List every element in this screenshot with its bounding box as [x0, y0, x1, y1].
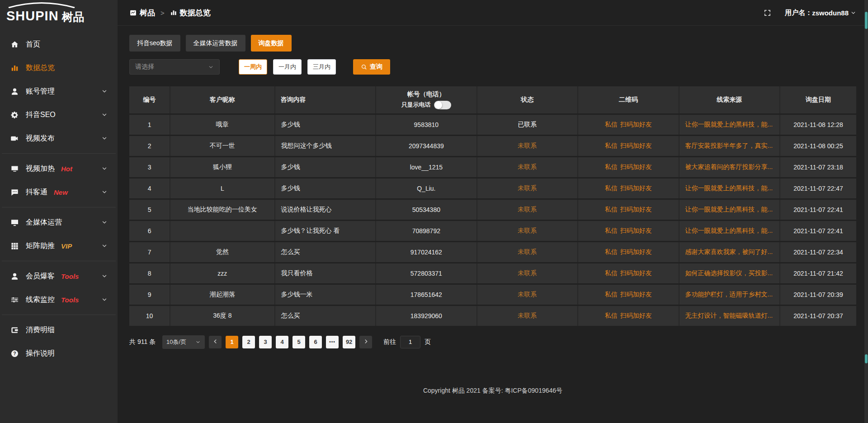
qr-action-link[interactable]: 扫码加好友: [620, 269, 652, 277]
sidebar-item-data-overview[interactable]: 数据总览: [0, 56, 118, 80]
sidebar-item-douyin-seo[interactable]: 抖音SEO: [0, 103, 118, 127]
chevron-down-icon: [195, 339, 201, 345]
sidebar-item-label: 首页: [26, 40, 40, 49]
chevron-down-icon: [101, 273, 108, 279]
qr-action-link[interactable]: 私信: [605, 227, 618, 234]
cell-account: 2097344839: [376, 135, 477, 156]
qr-action-link[interactable]: 私信: [605, 163, 618, 170]
dashboard-icon: [129, 9, 137, 17]
cell-content: 怎么买: [275, 241, 376, 263]
page-button-92[interactable]: 92: [343, 336, 355, 348]
page-button-4[interactable]: 4: [276, 336, 288, 348]
cell-qrcode: 私信扫码加好友: [578, 114, 679, 135]
qr-action-link[interactable]: 扫码加好友: [620, 206, 652, 213]
sidebar-item-matrix-boost[interactable]: 矩阵助推VIP: [0, 234, 118, 258]
page-button-5[interactable]: 5: [292, 336, 305, 348]
header-content: 咨询内容: [275, 86, 376, 114]
qr-action-link[interactable]: 私信: [605, 312, 618, 319]
qr-action-link[interactable]: 私信: [605, 248, 618, 255]
chevron-down-icon: [101, 112, 108, 118]
source-link[interactable]: 感谢大家喜欢我家，被问了好...: [685, 248, 773, 255]
chevron-down-icon: [101, 135, 108, 141]
qr-action-link[interactable]: 私信: [605, 206, 618, 213]
cell-qrcode: 私信扫码加好友: [578, 178, 679, 199]
qr-action-link[interactable]: 扫码加好友: [620, 291, 652, 298]
chevron-down-icon: [101, 189, 108, 195]
period-month-button[interactable]: 一月内: [273, 59, 302, 75]
sidebar-item-video-heat[interactable]: 视频加热Hot: [0, 157, 118, 180]
sidebar-item-clue-monitor[interactable]: 线索监控Tools: [0, 288, 118, 311]
cell-id: 2: [129, 135, 170, 156]
sidebar-item-operation-guide[interactable]: ?操作说明: [0, 342, 118, 365]
page-button-1[interactable]: 1: [226, 336, 238, 348]
cell-qrcode: 私信扫码加好友: [578, 284, 679, 305]
source-link[interactable]: 被大家追着问的客厅投影分享...: [685, 163, 773, 170]
qr-action-link[interactable]: 私信: [605, 269, 618, 277]
header-account-label: 帐号（电话）: [407, 90, 445, 99]
fullscreen-icon[interactable]: [764, 9, 771, 17]
main-area: 树品 > 数据总览 用户名： zswodun88: [118, 0, 868, 423]
sidebar-item-member-baoke[interactable]: 会员爆客Tools: [0, 264, 118, 288]
sidebar-item-label: 线索监控: [26, 295, 55, 305]
source-link[interactable]: 如何正确选择投影仪，买投影...: [685, 269, 773, 277]
phone-only-toggle[interactable]: [434, 101, 451, 109]
qr-action-link[interactable]: 私信: [605, 291, 618, 298]
qr-action-link[interactable]: 私信: [605, 121, 618, 128]
brand-logo[interactable]: SHUPIN 树品: [0, 0, 118, 26]
source-link[interactable]: 让你一眼就爱上的黑科技，能...: [685, 121, 773, 128]
source-link[interactable]: 无主灯设计，智能磁吸轨道灯...: [685, 312, 773, 319]
period-quarter-button[interactable]: 三月内: [307, 59, 336, 75]
next-page-button[interactable]: [359, 336, 372, 348]
qr-action-link[interactable]: 扫码加好友: [620, 142, 652, 149]
source-link[interactable]: 让你一眼就爱上的黑科技，能...: [685, 206, 773, 213]
qr-action-link[interactable]: 扫码加好友: [620, 227, 652, 234]
cell-id: 6: [129, 220, 170, 241]
cell-content: 多少钱: [275, 178, 376, 199]
scrollbar-thumb[interactable]: [865, 12, 868, 29]
source-link[interactable]: 让你一眼就爱上的黑科技，能...: [685, 227, 773, 234]
period-week-button[interactable]: 一周内: [239, 59, 267, 75]
cell-nickname: 不可一世: [170, 135, 275, 156]
source-link[interactable]: 多功能护栏灯，适用于乡村文...: [685, 291, 773, 298]
qr-action-link[interactable]: 扫码加好友: [620, 163, 652, 170]
sidebar-item-account-manage[interactable]: 账号管理: [0, 80, 118, 103]
page-scrollbar[interactable]: [864, 0, 868, 423]
cell-id: 9: [129, 284, 170, 305]
breadcrumb-home[interactable]: 树品: [140, 8, 155, 18]
page-ellipsis-button[interactable]: •••: [326, 336, 339, 348]
sidebar-item-douketong[interactable]: 抖客通New: [0, 180, 118, 204]
user-icon: [10, 87, 19, 96]
user-menu[interactable]: 用户名： zswodun88: [785, 9, 856, 17]
tab-douyin-seo-data[interactable]: 抖音seo数据: [129, 35, 180, 52]
cell-date: 2021-11-07 22:41: [780, 220, 856, 241]
tab-inquiry-data[interactable]: 询盘数据: [251, 35, 292, 52]
grid-icon: [10, 241, 19, 250]
qr-action-link[interactable]: 扫码加好友: [620, 248, 652, 255]
goto-page-input[interactable]: [400, 336, 420, 348]
sidebar-item-media-operation[interactable]: 全媒体运营: [0, 211, 118, 234]
qr-action-link[interactable]: 私信: [605, 184, 618, 192]
chevron-down-icon: [101, 219, 108, 226]
page-button-2[interactable]: 2: [242, 336, 255, 348]
qr-action-link[interactable]: 扫码加好友: [620, 184, 652, 192]
sidebar-item-consume-detail[interactable]: 消费明细: [0, 318, 118, 342]
page-button-3[interactable]: 3: [259, 336, 272, 348]
qr-action-link[interactable]: 扫码加好友: [620, 312, 652, 319]
page-size-select[interactable]: 10条/页: [162, 335, 205, 349]
prev-page-button[interactable]: [209, 336, 222, 348]
source-link[interactable]: 让你一眼就爱上的黑科技，能...: [685, 184, 773, 192]
cell-status: 未联系: [477, 220, 578, 241]
page-button-6[interactable]: 6: [309, 336, 322, 348]
source-link[interactable]: 客厅安装投影半年多了，真实...: [685, 142, 773, 149]
search-button[interactable]: 查询: [353, 59, 390, 75]
question-icon: ?: [10, 349, 19, 358]
sidebar-item-video-publish[interactable]: 视频发布: [0, 127, 118, 150]
sidebar-item-home[interactable]: 首页: [0, 33, 118, 56]
account-select[interactable]: 请选择: [129, 59, 220, 75]
tab-media-operation-data[interactable]: 全媒体运营数据: [186, 35, 245, 52]
cell-content: 多少钱？让我死心 看: [275, 220, 376, 241]
qr-action-link[interactable]: 私信: [605, 142, 618, 149]
cell-status: 未联系: [477, 284, 578, 305]
qr-action-link[interactable]: 扫码加好友: [620, 121, 652, 128]
filter-bar: 请选择 一周内 一月内 三月内 查询: [129, 59, 856, 75]
